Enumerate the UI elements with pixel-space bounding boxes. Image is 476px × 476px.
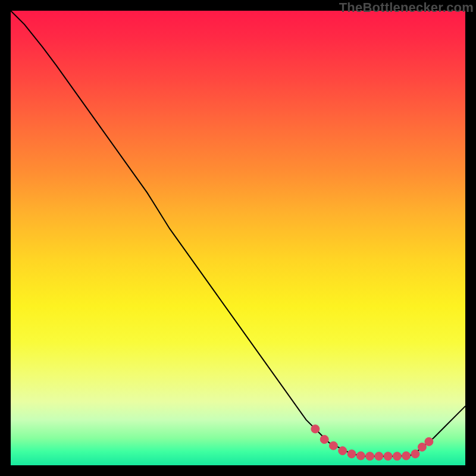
marker-point: [320, 436, 328, 444]
marker-point: [375, 452, 383, 461]
marker-point: [356, 452, 365, 460]
marker-point: [393, 452, 401, 461]
marker-point: [411, 450, 419, 458]
marker-point: [347, 450, 356, 458]
marker-point: [425, 437, 433, 446]
marker-point: [339, 447, 347, 455]
chart-frame: TheBottlenecker.com: [0, 0, 476, 476]
watermark-text: TheBottlenecker.com: [339, 0, 474, 15]
marker-point: [366, 452, 374, 461]
marker-point: [418, 443, 426, 451]
marker-point: [384, 452, 392, 461]
bottleneck-curve: [11, 11, 465, 456]
marker-point: [402, 452, 411, 460]
marker-point: [311, 425, 320, 433]
marker-point: [329, 441, 337, 450]
chart-plot: [11, 11, 465, 465]
